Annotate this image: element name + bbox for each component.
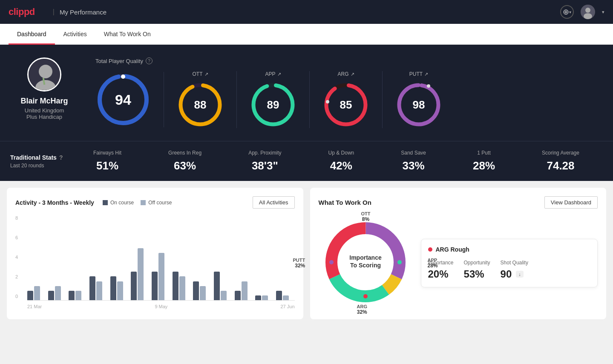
plus-icon: ⊕ (563, 7, 569, 17)
user-avatar[interactable] (581, 5, 595, 19)
bar-chart-area: 8 6 4 2 0 21 Mar 9 May 27 Jun (15, 215, 295, 309)
logo: clippd (9, 6, 35, 17)
stat-greens-in-reg-label: Greens In Reg (168, 150, 201, 156)
stats-row: Traditional Stats ? Last 20 rounds Fairw… (0, 141, 613, 181)
off-course-bar (138, 248, 144, 300)
bar-group (255, 295, 274, 300)
stat-scoring-average-value: 74.28 (542, 159, 579, 172)
on-course-bar (110, 276, 116, 300)
off-course-bar (75, 291, 81, 300)
bar-group (276, 291, 295, 300)
bar-group (152, 253, 170, 300)
bar-group (48, 286, 67, 300)
y-label-4: 4 (15, 255, 18, 260)
svg-point-30 (363, 294, 368, 298)
ott-trend: ↗ (204, 72, 208, 77)
putt-trend: ↗ (424, 72, 428, 77)
putt-segment-label: PUTT (293, 258, 305, 263)
nav-right: ⊕ ▾ ▾ (560, 5, 604, 19)
hero-section: Blair McHarg United Kingdom Plus Handica… (0, 45, 613, 141)
arg-label: ARG ↗ (337, 71, 354, 77)
wtwo-opportunity: Opportunity 53% (464, 260, 490, 280)
stat-greens-in-reg: Greens In Reg 63% (168, 150, 201, 172)
putt-label-group: PUTT 32% (293, 258, 305, 269)
y-label-0: 0 (15, 294, 18, 299)
bar-group (131, 248, 150, 300)
stat-sand-save: Sand Save 33% (401, 150, 426, 172)
stats-subtitle: Last 20 rounds (10, 163, 70, 169)
tab-dashboard[interactable]: Dashboard (9, 24, 55, 45)
bar-chart-inner (27, 215, 295, 301)
svg-point-31 (329, 260, 334, 264)
player-country: United Kingdom (25, 107, 64, 114)
tab-what-to-work-on[interactable]: What To Work On (95, 24, 159, 45)
ott-label: OTT ↗ (193, 71, 208, 77)
stat-scoring-average-label: Scoring Average (542, 150, 579, 156)
x-label-jun: 27 Jun (280, 304, 294, 309)
tpq-help-icon[interactable]: ? (146, 57, 153, 64)
on-course-bar (255, 295, 261, 300)
wtwo-opportunity-label: Opportunity (464, 260, 490, 266)
arg-trend: ↗ (351, 72, 354, 77)
on-course-bar (131, 272, 137, 300)
stat-up-and-down: Up & Down 42% (328, 150, 354, 172)
all-activities-button[interactable]: All Activities (253, 196, 295, 209)
metric-arg: ARG ↗ 85 (310, 71, 383, 128)
bottom-section: Activity - 3 Months - Weekly On course O… (0, 181, 613, 326)
off-course-bar (221, 291, 227, 300)
player-handicap: Plus Handicap (26, 114, 62, 120)
x-label-may: 9 May (155, 304, 167, 309)
view-dashboard-button[interactable]: View Dashboard (544, 196, 598, 209)
tpq-value: 94 (115, 92, 131, 108)
bar-group (235, 281, 253, 300)
ott-gauge: 88 (177, 81, 224, 128)
svg-point-9 (121, 75, 125, 79)
stats-help-icon[interactable]: ? (59, 154, 63, 161)
bar-group (110, 276, 129, 300)
on-course-bar (214, 272, 220, 300)
off-course-bar (117, 281, 123, 300)
putt-segment-pct: 32% (293, 263, 305, 269)
y-label-8: 8 (15, 215, 18, 221)
metrics-section: Total Player Quality ? 94 (95, 57, 603, 128)
app-segment-pct: 28% (427, 263, 437, 269)
card-dot (428, 247, 432, 252)
add-chevron: ▾ (569, 10, 571, 14)
tab-activities[interactable]: Activities (55, 24, 95, 45)
what-to-work-on-panel: What To Work On View Dashboard OTT 8% AP… (310, 188, 607, 319)
wtwo-header: What To Work On View Dashboard (319, 196, 598, 209)
putt-value: 98 (413, 98, 425, 112)
y-label-2: 2 (15, 274, 18, 279)
tab-bar: Dashboard Activities What To Work On (0, 24, 613, 45)
svg-point-2 (584, 13, 592, 19)
stat-one-putt-label: 1 Putt (473, 150, 495, 156)
wtwo-content: OTT 8% APP 28% ARG 32% PUTT 32% (319, 215, 598, 311)
wtwo-importance-value: 20% (428, 268, 454, 280)
off-course-bar (179, 276, 185, 300)
metric-app: APP ↗ 89 (237, 71, 310, 128)
bar-group (69, 291, 87, 300)
stat-fairways-hit: Fairways Hit 51% (93, 150, 121, 172)
player-name: Blair McHarg (20, 97, 68, 106)
stat-app-proximity-value: 38'3" (248, 159, 281, 172)
activity-chart-panel: Activity - 3 Months - Weekly On course O… (7, 188, 303, 319)
ott-label-group: OTT 8% (361, 211, 371, 222)
ott-segment-label: OTT (361, 211, 371, 216)
wtwo-card-metrics: Importance 20% Opportunity 53% Shot Qual… (428, 260, 591, 280)
wtwo-shot-quality: Shot Quality 90 ↓ (501, 260, 528, 280)
app-label-group: APP 28% (427, 258, 437, 269)
svg-point-1 (585, 8, 590, 13)
app-segment-label: APP (427, 258, 437, 263)
add-button[interactable]: ⊕ ▾ (560, 5, 574, 19)
app-label: APP ↗ (265, 71, 281, 77)
bar-group (214, 272, 233, 300)
app-gauge: 89 (250, 81, 296, 128)
wtwo-card: ARG Rough Importance 20% Opportunity 53%… (421, 239, 598, 287)
stat-one-putt: 1 Putt 28% (473, 150, 495, 172)
bar-group (89, 276, 108, 300)
nav-title: My Performance (60, 9, 106, 16)
svg-point-4 (39, 65, 52, 78)
wtwo-title: What To Work On (319, 199, 371, 206)
svg-point-17 (326, 100, 329, 103)
metrics-row: 94 OTT ↗ 88 (95, 71, 603, 128)
